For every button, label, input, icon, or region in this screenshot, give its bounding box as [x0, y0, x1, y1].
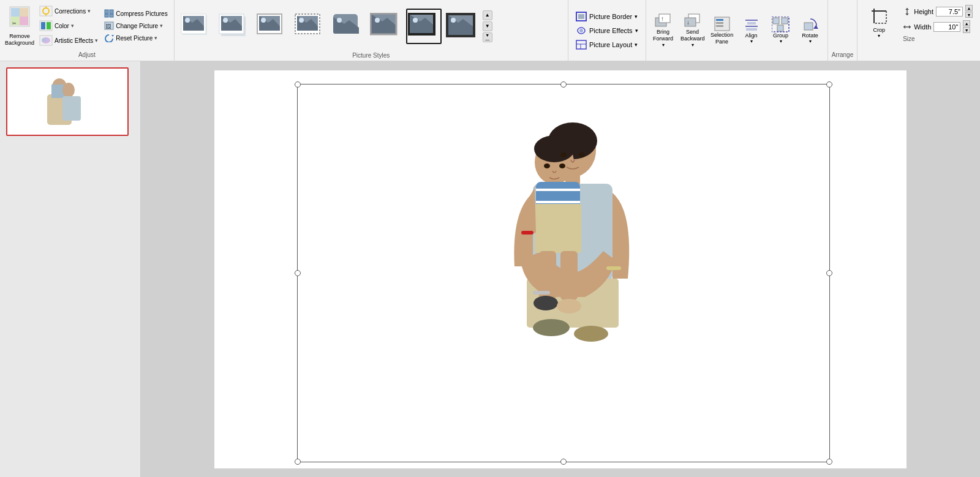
arrange-group-label: Arrange [828, 0, 858, 61]
handle-bottom-right[interactable] [826, 459, 832, 465]
picture-styles-group: ▲ ▼ ▼— Picture Styles [175, 0, 568, 61]
svg-rect-63 [716, 19, 723, 21]
svg-marker-84 [909, 25, 911, 29]
picture-styles-label: Picture Styles [175, 52, 568, 61]
reset-picture-arrow-icon: ▾ [154, 35, 157, 41]
svg-rect-69 [746, 28, 757, 31]
color-icon [39, 20, 53, 31]
width-up-button[interactable]: ▲ [963, 20, 970, 26]
handle-top-left[interactable] [295, 81, 301, 88]
svg-rect-102 [535, 204, 581, 253]
handle-top-center[interactable] [560, 81, 567, 88]
svg-rect-90 [62, 96, 81, 121]
rotate-arrow: ▾ [809, 39, 812, 44]
width-down-button[interactable]: ▼ [963, 27, 970, 33]
color-arrow-icon: ▾ [71, 23, 74, 29]
svg-point-37 [299, 18, 304, 23]
handle-top-right[interactable] [826, 81, 832, 88]
selection-pane-button[interactable]: Selection Pane [709, 14, 736, 47]
change-picture-icon: 🖼 [104, 21, 114, 30]
artistic-effects-arrow-icon: ▾ [95, 37, 98, 43]
adjust-group: ✂ Remove Background Corrections ▾ Color … [0, 0, 175, 61]
send-backward-icon: ↓ [684, 13, 702, 29]
height-up-button[interactable]: ▲ [965, 5, 973, 11]
slide-thumbnail-1[interactable] [6, 67, 129, 136]
compress-pictures-button[interactable]: Compress Pictures [102, 8, 170, 19]
rotate-icon [801, 17, 820, 32]
height-down-button[interactable]: ▼ [965, 12, 973, 18]
arrange-group: ↑ Bring Forward ▾ ↓ Send Backward ▾ Sele… [646, 0, 828, 61]
width-input[interactable] [933, 22, 960, 32]
selected-image[interactable] [423, 92, 662, 447]
svg-marker-81 [905, 13, 909, 15]
picture-style-1[interactable] [178, 9, 214, 44]
picture-style-7[interactable] [406, 9, 442, 44]
corrections-label: Corrections [55, 8, 86, 15]
svg-rect-71 [782, 18, 788, 24]
gallery-more-button[interactable]: ▼— [483, 32, 492, 42]
svg-point-48 [451, 18, 456, 23]
svg-point-89 [62, 83, 75, 97]
artistic-effects-label: Artistic Effects [55, 37, 93, 44]
group-button[interactable]: Group ▾ [767, 15, 794, 46]
svg-rect-1 [11, 8, 20, 17]
change-picture-button[interactable]: 🖼 Change Picture ▾ [102, 20, 170, 31]
svg-text:✂: ✂ [12, 21, 17, 26]
corrections-icon [39, 6, 53, 17]
picture-style-3[interactable] [254, 9, 290, 44]
selection-pane-label: Selection Pane [710, 32, 734, 45]
svg-rect-107 [533, 291, 550, 295]
picture-layout-icon [576, 40, 587, 50]
picture-style-6[interactable] [368, 9, 404, 44]
svg-point-15 [42, 38, 47, 42]
picture-style-4[interactable] [292, 9, 328, 44]
gallery-scroll-down-button[interactable]: ▼ [483, 21, 492, 31]
handle-bottom-center[interactable] [560, 459, 567, 465]
crop-arrow: ▾ [878, 33, 880, 39]
svg-rect-18 [110, 10, 113, 13]
picture-effects-arrow-icon: ▾ [635, 28, 638, 34]
artistic-effects-button[interactable]: Artistic Effects ▾ [37, 34, 100, 47]
rotate-label: Rotate [802, 32, 818, 39]
color-button[interactable]: Color ▾ [37, 19, 100, 32]
align-button[interactable]: Align ▾ [738, 15, 765, 46]
handle-bottom-left[interactable] [295, 459, 301, 465]
svg-rect-65 [716, 25, 723, 27]
picture-border-button[interactable]: Picture Border ▾ [573, 10, 641, 23]
height-icon [903, 7, 911, 16]
svg-marker-80 [905, 8, 909, 10]
handle-middle-right[interactable] [826, 270, 832, 276]
svg-rect-11 [41, 22, 45, 29]
svg-point-110 [544, 163, 550, 168]
picture-layout-button[interactable]: Picture Layout ▾ [573, 39, 641, 51]
svg-rect-72 [777, 25, 783, 31]
align-label: Align [745, 32, 758, 39]
artistic-effects-icon [39, 35, 53, 46]
crop-button[interactable]: Crop ▾ [865, 4, 893, 40]
group-arrow: ▾ [780, 39, 782, 44]
svg-point-31 [223, 18, 228, 23]
remove-background-button[interactable]: ✂ Remove Background [4, 4, 36, 48]
height-input[interactable] [936, 7, 963, 17]
corrections-button[interactable]: Corrections ▾ [37, 4, 100, 18]
picture-style-8[interactable] [444, 9, 480, 44]
reset-picture-label: Reset Picture [116, 35, 153, 42]
svg-point-41 [375, 18, 380, 23]
handle-middle-left[interactable] [295, 270, 301, 276]
gallery-scroll-up-button[interactable]: ▲ [483, 10, 492, 20]
svg-rect-4 [20, 17, 28, 25]
svg-marker-23 [111, 35, 114, 37]
send-backward-button[interactable]: ↓ Send Backward ▾ [679, 11, 706, 50]
crop-icon [869, 6, 889, 26]
canvas-area [141, 61, 980, 477]
picture-style-5[interactable] [330, 9, 366, 44]
picture-format-group: Picture Border ▾ Picture Effects ▾ Pictu… [568, 0, 646, 61]
bring-forward-button[interactable]: ↑ Bring Forward ▾ [650, 11, 677, 50]
picture-effects-button[interactable]: Picture Effects ▾ [573, 24, 641, 37]
reset-picture-button[interactable]: Reset Picture ▾ [102, 32, 170, 43]
rotate-button[interactable]: Rotate ▾ [797, 15, 824, 46]
width-label: Width [914, 23, 931, 31]
picture-style-2[interactable] [216, 9, 252, 44]
compress-label: Compress Pictures [116, 10, 167, 17]
svg-point-111 [559, 163, 565, 168]
